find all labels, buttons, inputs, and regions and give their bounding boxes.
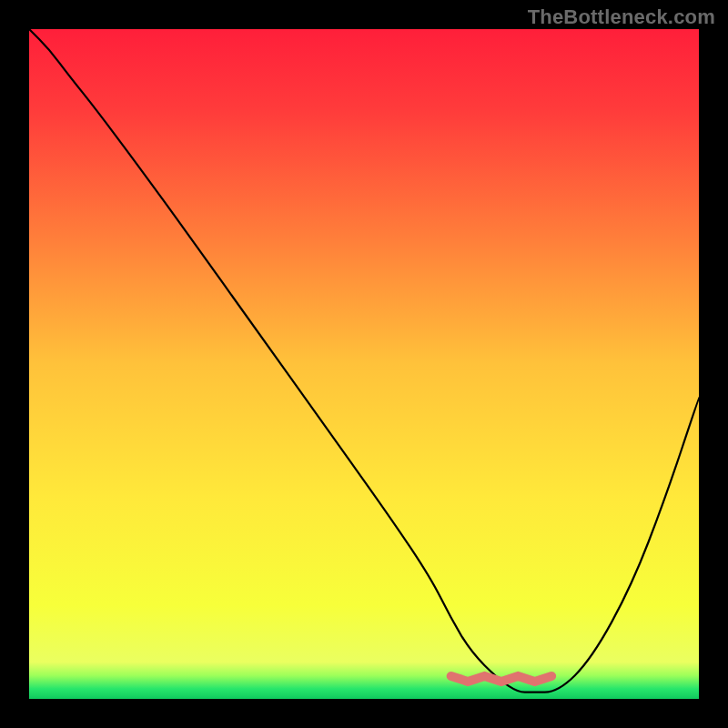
optimal-zone-marker <box>451 676 551 682</box>
bottleneck-curve-chart <box>29 29 699 699</box>
gradient-background <box>29 29 699 699</box>
watermark-text: TheBottleneck.com <box>528 5 715 29</box>
chart-frame: TheBottleneck.com <box>0 0 728 728</box>
